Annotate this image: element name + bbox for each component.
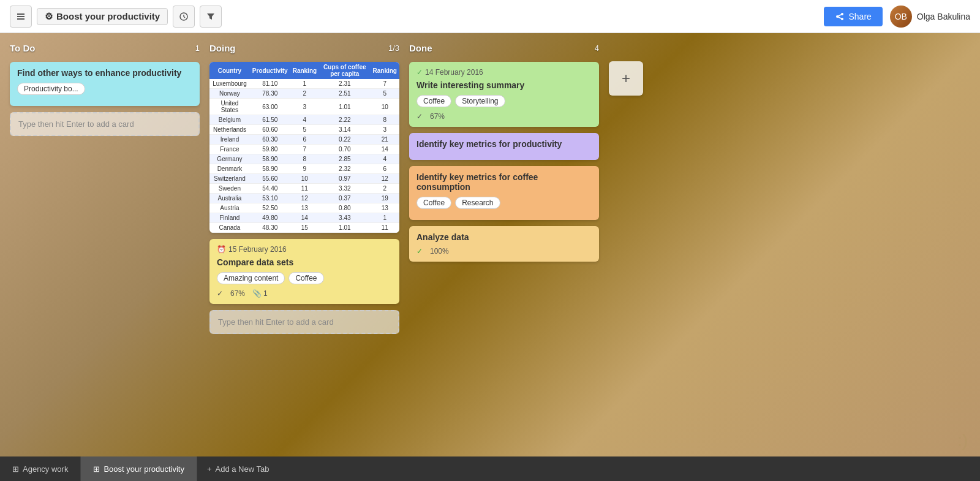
card-identify-productivity[interactable]: Identify key metrics for productivity: [409, 133, 599, 160]
gear-icon: ⚙: [45, 11, 53, 22]
tab-boost-label: Boost your productivity: [104, 464, 184, 474]
table-row: Switzerland55.60100.9712: [209, 174, 399, 184]
check-icon-summary: ✓: [417, 112, 423, 121]
column-doing-title: Doing: [209, 43, 236, 53]
board: To Do 1 Find other ways to enhance produ…: [0, 33, 980, 456]
th-productivity: Productivity: [250, 62, 290, 79]
table-row: Australia53.10120.3719: [209, 194, 399, 203]
tag-coffee-summary: Coffee: [417, 95, 451, 107]
table-row: Ireland60.3060.2221: [209, 135, 399, 145]
user-name: Olga Bakulina: [917, 12, 970, 21]
table-row: Netherlands60.6053.143: [209, 125, 399, 135]
tag-research: Research: [455, 197, 500, 209]
card-title-compare: Compare data sets: [217, 257, 392, 267]
attachment-stat: 📎 1: [252, 289, 268, 298]
svg-line-8: [837, 17, 842, 19]
card-identify-coffee[interactable]: Identify key metrics for coffee consumpt…: [409, 166, 599, 220]
table-row: Denmark58.9092.326: [209, 164, 399, 174]
column-done-title: Done: [409, 43, 432, 53]
grid-icon-agency: ⊞: [12, 464, 19, 474]
column-todo-count: 1: [195, 44, 200, 53]
board-title: Boost your productivity: [56, 11, 160, 21]
paperclip-icon: 📎: [252, 289, 262, 298]
card-date: ⏰ 15 February 2016: [217, 245, 392, 254]
column-done-header: Done 4: [409, 43, 599, 53]
table-row: Canada48.30151.0111: [209, 223, 399, 233]
card-title-identify-coffee: Identify key metrics for coffee consumpt…: [417, 172, 592, 192]
add-card-input-doing[interactable]: Type then hit Enter to add a card: [209, 310, 399, 334]
tab-agency-label: Agency work: [23, 464, 68, 474]
check-icon: ✓: [217, 289, 223, 298]
th-ranking2: Ranking: [371, 62, 399, 79]
tab-agency-work[interactable]: ⊞ Agency work: [0, 456, 81, 481]
card-title-summary: Write interesting summary: [417, 80, 592, 90]
add-column-button[interactable]: +: [609, 61, 643, 96]
th-cups: Cups of coffee per capita: [319, 62, 370, 79]
plus-icon-tab: +: [207, 464, 212, 474]
user-info: OB Olga Bakulina: [890, 6, 970, 28]
card-stats-summary: ✓ 67%: [417, 112, 592, 121]
card-title-analyze: Analyze data: [417, 232, 592, 242]
check-circle-icon: ✓: [417, 68, 423, 77]
card-tags-summary: Coffee Storytelling: [417, 95, 592, 107]
table-row: Luxembourg81.1012.317: [209, 79, 399, 89]
table-row: Finland49.80143.431: [209, 213, 399, 223]
card-find-other-ways[interactable]: Find other ways to enhance productivity …: [10, 62, 200, 106]
card-stats-compare: ✓ 67% 📎 1: [217, 289, 392, 298]
table-row: Germany58.9082.854: [209, 154, 399, 164]
bottombar: ⊞ Agency work ⊞ Boost your productivity …: [0, 456, 980, 481]
history-btn[interactable]: [173, 6, 195, 28]
add-card-input-todo[interactable]: Type then hit Enter to add a card: [10, 112, 200, 136]
board-title-btn[interactable]: ⚙ Boost your productivity: [37, 8, 168, 25]
share-button[interactable]: Share: [824, 7, 882, 26]
tag-productivity: Productivity bo...: [17, 83, 85, 95]
column-done-count: 4: [595, 44, 599, 53]
svg-rect-1: [17, 16, 24, 17]
column-doing-header: Doing 1/3: [209, 43, 399, 53]
svg-rect-0: [17, 13, 24, 15]
add-tab-label: Add a New Tab: [216, 464, 270, 474]
tag-coffee-done: Coffee: [417, 197, 451, 209]
smiley-watermark: :): [957, 431, 968, 450]
table-row: Sweden54.40113.322: [209, 184, 399, 194]
card-title: Find other ways to enhance productivity: [17, 68, 192, 78]
card-write-summary[interactable]: ✓ 14 February 2016 Write interesting sum…: [409, 62, 599, 127]
column-done: Done 4 ✓ 14 February 2016 Write interest…: [409, 43, 599, 447]
svg-line-7: [837, 14, 842, 17]
menu-icon-btn[interactable]: [10, 6, 32, 28]
progress-analyze: 100%: [430, 247, 449, 256]
svg-rect-2: [17, 18, 24, 20]
tab-boost-productivity[interactable]: ⊞ Boost your productivity: [81, 456, 197, 481]
check-green-icon: ✓: [417, 247, 423, 256]
th-ranking1: Ranking: [290, 62, 319, 79]
tag-coffee: Coffee: [288, 272, 323, 284]
column-todo-title: To Do: [10, 43, 35, 53]
add-tab-button[interactable]: + Add a New Tab: [197, 456, 279, 481]
card-date-summary: ✓ 14 February 2016: [417, 68, 592, 77]
topbar-right: Share OB Olga Bakulina: [824, 6, 970, 28]
card-compare-data[interactable]: ⏰ 15 February 2016 Compare data sets Ama…: [209, 239, 399, 304]
th-country: Country: [209, 62, 250, 79]
table-card[interactable]: Country Productivity Ranking Cups of cof…: [209, 62, 399, 233]
card-tags-coffee: Coffee Research: [417, 197, 592, 209]
filter-btn[interactable]: [200, 6, 222, 28]
table-row: Austria52.50130.8013: [209, 203, 399, 213]
progress-compare: 67%: [230, 289, 245, 298]
topbar: ⚙ Boost your productivity Share OB Olga …: [0, 0, 980, 33]
card-analyze-data[interactable]: Analyze data ✓ 100%: [409, 226, 599, 262]
avatar: OB: [890, 6, 912, 28]
progress-summary: 67%: [430, 112, 445, 121]
table-row: Norway78.3022.515: [209, 89, 399, 99]
column-doing: Doing 1/3 Country Productivity Ranking C…: [209, 43, 399, 447]
tag-storytelling: Storytelling: [455, 95, 505, 107]
table-row: United States63.0031.0110: [209, 99, 399, 115]
data-table: Country Productivity Ranking Cups of cof…: [209, 62, 399, 233]
table-row: Belgium61.5042.228: [209, 115, 399, 125]
column-doing-count: 1/3: [388, 44, 399, 53]
table-row: France59.8070.7014: [209, 145, 399, 154]
tag-amazing: Amazing content: [217, 272, 285, 284]
clock-icon: ⏰: [217, 245, 226, 254]
card-tags: Productivity bo...: [17, 83, 192, 95]
card-stats-analyze: ✓ 100%: [417, 247, 592, 256]
column-todo-header: To Do 1: [10, 43, 200, 53]
